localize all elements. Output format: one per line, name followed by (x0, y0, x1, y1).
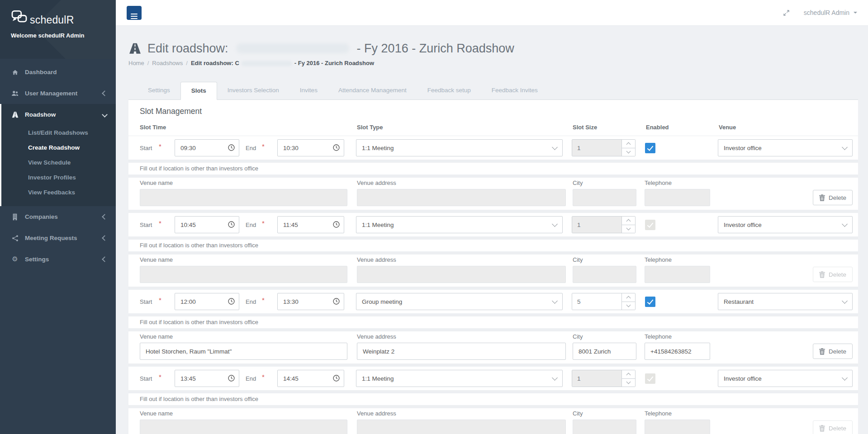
stepper-up-button[interactable] (622, 217, 635, 225)
venue-select[interactable]: Restaurant (718, 293, 853, 310)
tab-attendance-management[interactable]: Attendance Management (328, 82, 417, 100)
expand-icon[interactable] (783, 9, 790, 17)
venue-row: Venue name Venue address City Telephone (128, 255, 858, 287)
menu-toggle-button[interactable] (127, 6, 142, 20)
caret-up-icon (626, 373, 631, 377)
venue-name-label: Venue name (140, 256, 347, 263)
logo: schedulR (11, 10, 116, 26)
caret-up-icon (626, 219, 631, 223)
enabled-checkbox[interactable] (645, 143, 655, 153)
tab-settings[interactable]: Settings (138, 82, 180, 100)
delete-button: Delete (813, 267, 853, 282)
city-label: City (573, 333, 636, 340)
slot-size-stepper (572, 139, 636, 156)
enabled-checkbox (645, 373, 655, 384)
topbar: schedulR Admin (116, 0, 868, 26)
trash-icon (819, 271, 825, 278)
slot-size-stepper (572, 293, 636, 310)
sidebar-item-list-edit-roadshows[interactable]: List/Edit Roadshows (1, 125, 116, 140)
required-mark: * (159, 373, 164, 381)
welcome-text: Welcome schedulR Admin (11, 32, 116, 39)
required-mark: * (159, 219, 164, 227)
stepper-down-button[interactable] (622, 302, 635, 310)
stepper-up-button[interactable] (622, 293, 635, 302)
city-input[interactable] (573, 343, 636, 360)
stepper-down-button[interactable] (622, 148, 635, 156)
roadshow-submenu: List/Edit Roadshows Create Roadshow View… (1, 125, 116, 206)
venue-select[interactable]: Investor office (718, 139, 853, 156)
chevron-left-icon (102, 256, 108, 262)
tab-slots[interactable]: Slots (180, 82, 217, 100)
venue-row: Venue name Venue address City Telephone (128, 178, 858, 210)
sidebar-item-view-feedbacks[interactable]: View Feedbacks (1, 185, 116, 200)
stepper-down-button[interactable] (622, 379, 635, 387)
slot-type-select[interactable]: 1:1 Meeting (356, 216, 563, 233)
sidebar-item-view-schedule[interactable]: View Schedule (1, 155, 116, 170)
enabled-checkbox[interactable] (645, 297, 655, 307)
caret-down-icon (626, 149, 631, 154)
sidebar-item-investor-profiles[interactable]: Investor Profiles (1, 170, 116, 185)
slot-row: Start * End * Group meeting (128, 290, 858, 313)
venue-address-label: Venue address (357, 179, 566, 186)
sidebar-item-meeting-requests[interactable]: Meeting Requests (0, 227, 116, 249)
venue-name-input[interactable] (140, 343, 347, 360)
venue-address-field: Venue address (357, 410, 566, 434)
sidebar-item-dashboard[interactable]: Dashboard (0, 61, 116, 83)
stepper-buttons (621, 293, 635, 310)
telephone-input (645, 266, 710, 283)
end-label: End (246, 375, 258, 382)
slot-group: Start * End * 1:1 Meeting (128, 213, 858, 290)
slot-type-select[interactable]: 1:1 Meeting (356, 370, 563, 387)
city-input (573, 189, 636, 206)
slot-type-select[interactable]: 1:1 Meeting (356, 139, 563, 156)
sidebar-item-user-management[interactable]: User Management (0, 83, 116, 104)
tab-investors-selection[interactable]: Investors Selection (217, 82, 289, 100)
divider-band (128, 236, 858, 240)
chevron-down-icon (552, 298, 558, 304)
redacted-text (242, 61, 292, 66)
slot-size-input[interactable] (572, 293, 621, 310)
users-icon (11, 90, 19, 97)
sidebar-item-roadshow[interactable]: Roadshow (1, 104, 116, 125)
slot-type-select[interactable]: Group meeting (356, 293, 563, 310)
stepper-down-button[interactable] (622, 225, 635, 233)
breadcrumb-home-link[interactable]: Home (128, 60, 144, 66)
user-menu[interactable]: schedulR Admin (804, 9, 857, 16)
venue-select[interactable]: Investor office (718, 370, 853, 387)
telephone-field: Telephone (645, 179, 710, 206)
venue-address-label: Venue address (357, 256, 566, 263)
logo-text: schedulR (30, 14, 74, 26)
tab-feedback-setup[interactable]: Feedback setup (417, 82, 481, 100)
delete-button: Delete (813, 420, 853, 434)
delete-button[interactable]: Delete (813, 344, 853, 359)
venue-address-input (357, 266, 566, 283)
telephone-label: Telephone (645, 410, 710, 417)
stepper-up-button[interactable] (622, 140, 635, 148)
delete-button[interactable]: Delete (813, 190, 853, 205)
venue-name-label: Venue name (140, 179, 347, 186)
venue-select[interactable]: Investor office (718, 216, 853, 233)
sidebar-item-settings[interactable]: ⚙ Settings (0, 249, 116, 270)
sidebar-item-create-roadshow[interactable]: Create Roadshow (1, 140, 116, 155)
telephone-field: Telephone (645, 410, 710, 434)
start-label: Start (140, 222, 155, 228)
share-icon (11, 235, 19, 242)
start-label: Start (140, 375, 155, 382)
telephone-input (645, 189, 710, 206)
sidebar: schedulR Welcome schedulR Admin Dashboar… (0, 0, 116, 434)
required-mark: * (262, 373, 267, 381)
chevron-down-icon (552, 221, 558, 227)
telephone-label: Telephone (645, 256, 710, 263)
breadcrumb-roadshows-link[interactable]: Roadshows (152, 60, 183, 66)
tab-feedback-invites[interactable]: Feedback Invites (481, 82, 548, 100)
sidebar-item-companies[interactable]: Companies (0, 206, 116, 227)
location-note: Fill out if location is other than inves… (128, 240, 858, 251)
venue-address-input[interactable] (357, 343, 566, 360)
page-title: Edit roadshow:- Fy 2016 - Zurich Roadsho… (128, 41, 868, 56)
telephone-input[interactable] (645, 343, 710, 360)
location-note: Fill out if location is other than inves… (128, 316, 858, 328)
tab-invites[interactable]: Invites (289, 82, 328, 100)
enabled-checkbox (645, 220, 655, 230)
stepper-up-button[interactable] (622, 370, 635, 379)
app-root: schedulR Welcome schedulR Admin Dashboar… (0, 0, 868, 434)
